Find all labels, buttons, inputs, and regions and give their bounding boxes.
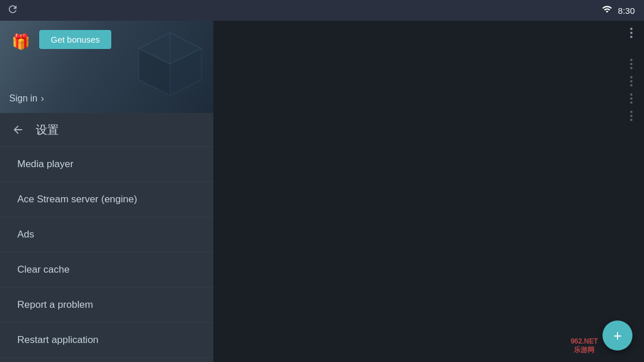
- dot: [630, 97, 632, 100]
- row-menu-button-1[interactable]: [628, 55, 635, 73]
- row-menu-button-2[interactable]: [628, 73, 635, 90]
- menu-item-label: Media player: [17, 159, 73, 170]
- menu-list: Media player Ace Stream server (engine) …: [0, 147, 213, 362]
- menu-item-label: Ads: [17, 229, 34, 240]
- gift-icon: 🎁: [12, 33, 30, 51]
- chevron-right-icon: ›: [41, 93, 44, 104]
- fab-button[interactable]: +: [602, 320, 632, 350]
- wifi-icon: [602, 4, 612, 17]
- watermark-line2: 乐游网: [571, 346, 598, 355]
- time-display: 8:30: [618, 6, 635, 16]
- menu-item-label: Ace Stream server (engine): [17, 194, 137, 205]
- dot: [630, 76, 632, 78]
- menu-item-report-problem[interactable]: Report a problem: [0, 288, 213, 323]
- dot: [630, 115, 632, 117]
- dot: [630, 119, 632, 121]
- dot: [630, 101, 632, 104]
- row-menu-button-3[interactable]: [628, 90, 635, 107]
- menu-item-restart-application[interactable]: Restart application: [0, 323, 213, 358]
- dot: [630, 84, 632, 86]
- dot: [630, 59, 632, 61]
- status-icons: 8:30: [602, 4, 635, 17]
- menu-item-ace-stream-server[interactable]: Ace Stream server (engine): [0, 182, 213, 217]
- dot: [630, 93, 632, 96]
- menu-item-ads[interactable]: Ads: [0, 217, 213, 252]
- menu-item-label: Restart application: [17, 334, 99, 346]
- sign-in-text: Sign in: [9, 93, 37, 104]
- content-area: + 962.NET 乐游网: [213, 21, 644, 362]
- watermark-line1: 962.NET: [571, 337, 598, 346]
- dot: [630, 80, 632, 82]
- dot: [630, 63, 632, 65]
- cube-decoration: [133, 27, 208, 101]
- refresh-icon: [7, 3, 18, 17]
- status-bar: 8:30: [0, 0, 644, 21]
- gift-icon-wrapper: 🎁: [9, 30, 32, 53]
- sidebar-banner: 🎁 Get bonuses Sign in ›: [0, 21, 213, 113]
- menu-item-clear-cache[interactable]: Clear cache: [0, 252, 213, 288]
- settings-title: 设置: [36, 122, 59, 138]
- watermark: 962.NET 乐游网: [571, 337, 598, 355]
- dots-column: [628, 21, 635, 362]
- menu-item-label: Report a problem: [17, 299, 93, 311]
- sidebar: 🎁 Get bonuses Sign in › 设置 Media player: [0, 21, 213, 362]
- get-bonuses-button[interactable]: Get bonuses: [39, 30, 111, 49]
- row-menu-button-4[interactable]: [628, 107, 635, 125]
- back-button[interactable]: [9, 121, 27, 138]
- dot: [630, 67, 632, 69]
- main-layout: 🎁 Get bonuses Sign in › 设置 Media player: [0, 21, 644, 362]
- menu-item-label: Clear cache: [17, 264, 70, 276]
- settings-header: 设置: [0, 113, 213, 147]
- sign-in-row[interactable]: Sign in ›: [9, 93, 44, 104]
- dot: [630, 111, 632, 113]
- menu-item-media-player[interactable]: Media player: [0, 147, 213, 182]
